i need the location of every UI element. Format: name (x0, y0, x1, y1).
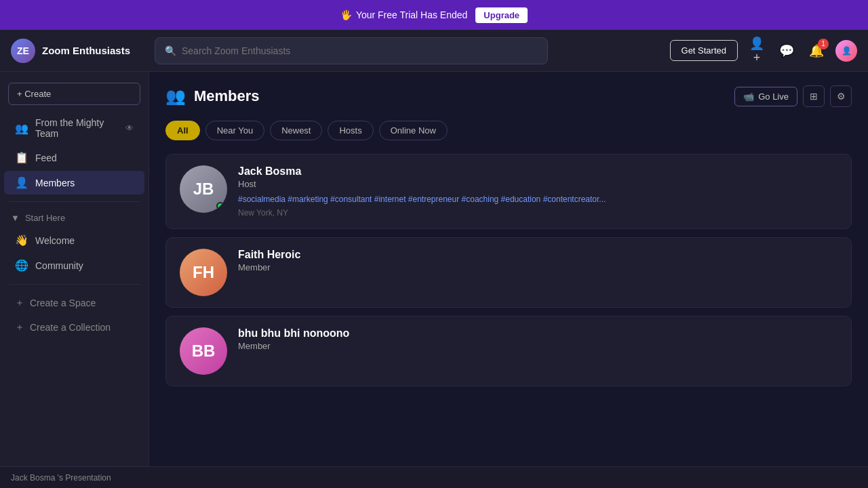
member-card-jack[interactable]: JB Jack Bosma Host #socialmedia #marketi… (165, 154, 852, 229)
members-icon: 👤 (15, 176, 28, 189)
plus-icon: ＋ (15, 321, 24, 333)
filter-tabs: All Near You Newest Hosts Online Now (165, 121, 852, 140)
member-role: Member (238, 341, 837, 351)
avatar-initials: FH (193, 263, 214, 282)
avatar-initials: JB (193, 180, 214, 199)
filter-tab-newest[interactable]: Newest (270, 121, 322, 140)
plus-icon: ＋ (15, 297, 24, 309)
banner-text: Your Free Trial Has Ended (356, 9, 467, 20)
filter-tab-all[interactable]: All (165, 121, 200, 140)
search-bar[interactable]: 🔍 (155, 37, 548, 64)
mighty-team-icon: 👥 (15, 122, 28, 135)
sidebar-item-label: Community (35, 260, 83, 271)
grid-icon: ⊞ (810, 91, 818, 102)
member-info-jack: Jack Bosma Host #socialmedia #marketing … (238, 165, 837, 218)
filter-tab-online-now[interactable]: Online Now (379, 121, 448, 140)
add-member-button[interactable]: 👤+ (746, 40, 768, 62)
create-space-item[interactable]: ＋ Create a Space (4, 291, 144, 314)
main-content: 👥 Members 📹 Go Live ⊞ ⚙ All Near You New… (149, 72, 868, 488)
member-card-faith[interactable]: FH Faith Heroic Member (165, 237, 852, 308)
welcome-icon: 👋 (15, 234, 28, 247)
chevron-down-icon: ▼ (11, 213, 20, 223)
member-role: Member (238, 262, 837, 272)
eye-icon: 👁 (125, 123, 134, 133)
go-live-button[interactable]: 📹 Go Live (734, 87, 797, 106)
add-member-icon: 👤+ (746, 36, 768, 65)
sidebar-item-label: Feed (35, 152, 57, 163)
member-name: Faith Heroic (238, 249, 837, 261)
avatar-initials: BB (192, 342, 216, 361)
create-collection-item[interactable]: ＋ Create a Collection (4, 316, 144, 339)
sidebar-item-community[interactable]: 🌐 Community (4, 253, 144, 277)
chat-button[interactable]: 💬 (776, 40, 797, 62)
member-info-faith: Faith Heroic Member (238, 249, 837, 277)
notifications-button[interactable]: 🔔 1 (806, 40, 827, 62)
avatar-bhu: BB (180, 327, 227, 375)
sidebar-divider-2 (8, 284, 140, 285)
trial-banner: 🖐 Your Free Trial Has Ended Upgrade (0, 0, 868, 30)
avatar-jack-bosma: JB (180, 165, 227, 213)
members-view-toggle[interactable]: ⊞ (803, 85, 825, 107)
community-icon: 🌐 (15, 259, 28, 272)
sidebar-item-label: Welcome (35, 235, 75, 246)
avatar-icon: 👤 (842, 46, 852, 56)
online-indicator (216, 202, 224, 210)
main-layout: + Create 👥 From the Mighty Team 👁 📋 Feed… (0, 72, 868, 488)
app-header: ZE Zoom Enthusiasts 🔍 Get Started 👤+ 💬 🔔… (0, 30, 868, 72)
create-space-label: Create a Space (30, 298, 96, 308)
create-button[interactable]: + Create (8, 83, 140, 105)
chat-icon: 💬 (779, 43, 794, 58)
banner-emoji: 🖐 (340, 9, 352, 20)
go-live-label: Go Live (758, 92, 789, 102)
members-title-text: Members (194, 87, 260, 105)
filter-tab-near-you[interactable]: Near You (205, 121, 265, 140)
bottom-bar: Jack Bosma 's Presentation (0, 466, 868, 488)
search-icon: 🔍 (165, 45, 176, 56)
start-here-section[interactable]: ▼ Start Here (0, 209, 149, 227)
member-tags: #socialmedia #marketing #consultant #int… (238, 193, 837, 205)
sidebar-divider-1 (8, 201, 140, 202)
sidebar-item-welcome[interactable]: 👋 Welcome (4, 228, 144, 252)
community-name: Zoom Enthusiasts (42, 45, 130, 56)
gear-icon: ⚙ (837, 91, 846, 102)
member-name: Jack Bosma (238, 165, 837, 178)
member-name: bhu bhu bhi nonoono (238, 327, 837, 340)
member-location: New York, NY (238, 208, 837, 218)
sidebar: + Create 👥 From the Mighty Team 👁 📋 Feed… (0, 72, 149, 488)
header-actions: Get Started 👤+ 💬 🔔 1 👤 (670, 40, 857, 62)
member-role: Host (238, 179, 837, 189)
member-card-bhu[interactable]: BB bhu bhu bhi nonoono Member (165, 316, 852, 386)
members-header: 👥 Members 📹 Go Live ⊞ ⚙ (165, 85, 852, 107)
community-logo: ZE (11, 39, 35, 63)
filter-tab-hosts[interactable]: Hosts (328, 121, 373, 140)
go-live-icon: 📹 (743, 92, 754, 102)
sidebar-item-members[interactable]: 👤 Members (4, 171, 144, 195)
user-avatar[interactable]: 👤 (835, 40, 857, 62)
get-started-button[interactable]: Get Started (670, 40, 738, 61)
start-here-label: Start Here (25, 213, 65, 223)
create-collection-label: Create a Collection (30, 322, 111, 333)
members-title: 👥 Members (165, 87, 260, 106)
sidebar-item-from-mighty[interactable]: 👥 From the Mighty Team 👁 (4, 112, 144, 144)
member-info-bhu: bhu bhu bhi nonoono Member (238, 327, 837, 355)
search-input[interactable] (182, 45, 538, 56)
members-settings-button[interactable]: ⚙ (830, 85, 852, 107)
members-title-icon: 👥 (165, 87, 186, 106)
banner-message: 🖐 Your Free Trial Has Ended (340, 9, 467, 20)
logo-area: ZE Zoom Enthusiasts (11, 39, 146, 63)
members-actions: 📹 Go Live ⊞ ⚙ (734, 85, 852, 107)
sidebar-item-feed[interactable]: 📋 Feed (4, 146, 144, 169)
bottom-bar-text: Jack Bosma 's Presentation (11, 473, 111, 483)
avatar-faith-heroic: FH (180, 249, 227, 296)
sidebar-item-label: Members (35, 178, 75, 188)
notification-badge: 1 (818, 39, 829, 49)
upgrade-button[interactable]: Upgrade (475, 7, 528, 23)
feed-icon: 📋 (15, 151, 28, 164)
sidebar-item-label: From the Mighty Team (35, 117, 119, 139)
